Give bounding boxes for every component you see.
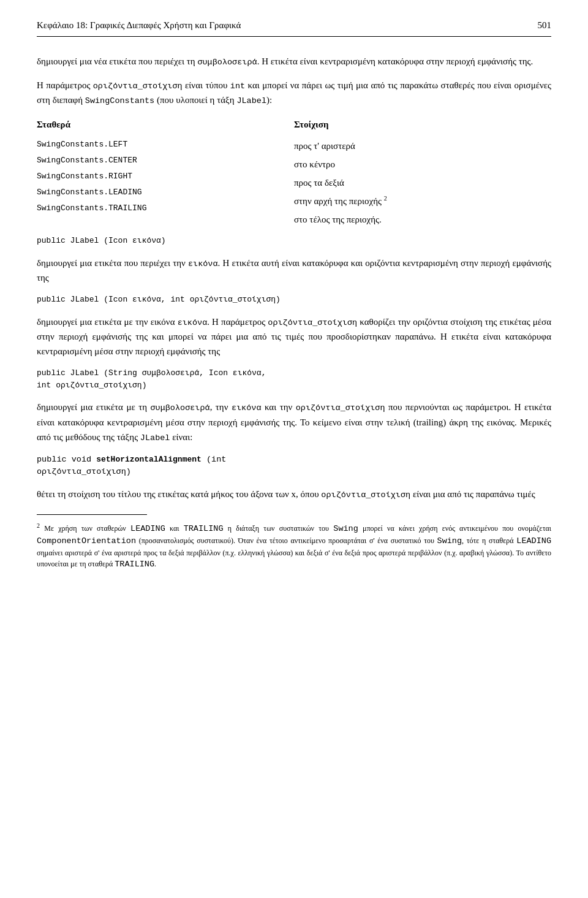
list-item: στο κέντρο (294, 155, 551, 173)
list-item: στην αρχή της περιοχής 2 (294, 192, 551, 210)
list-item: SwingConstants.LEFT (37, 137, 294, 153)
list-item: SwingConstants.TRAILING (37, 200, 294, 216)
paragraph-4: δημιουργεί μια ετικέτα με την εικόνα εικ… (37, 314, 551, 359)
code-block-3: public JLabel (String συμβολοσειρά, Icon… (37, 367, 551, 391)
list-item: SwingConstants.LEADING (37, 185, 294, 200)
constants-table: Σταθερά SwingConstants.LEFT SwingConstan… (37, 118, 551, 229)
table-col-left: Σταθερά SwingConstants.LEFT SwingConstan… (37, 118, 294, 229)
paragraph-6: θέτει τη στοίχιση του τίτλου της ετικέτα… (37, 487, 551, 502)
paragraph-1: δημιουργεί μια νέα ετικέτα που περιέχει … (37, 54, 551, 69)
table-header-left: Σταθερά (37, 118, 294, 132)
table-header-right: Στοίχιση (294, 118, 551, 132)
code-block-2: public JLabel (Icon εικόνα, int οριζόντι… (37, 294, 551, 306)
footnote-number: 2 (37, 522, 40, 529)
table-col-right: Στοίχιση προς τ' αριστερά στο κέντρο προ… (294, 118, 551, 229)
list-item: SwingConstants.CENTER (37, 153, 294, 169)
paragraph-5: δημιουργεί μια ετικέτα με τη συμβολοσειρ… (37, 400, 551, 444)
paragraph-3: δημιουργεί μια ετικέτα που περιέχει την … (37, 256, 551, 286)
page-header: Κεφάλαιο 18: Γραφικές Διεπαφές Χρήστη κα… (37, 18, 551, 37)
paragraph-2: Η παράμετρος οριζόντια_στοίχιση είναι τύ… (37, 78, 551, 108)
list-item: προς τα δεξιά (294, 173, 551, 192)
code-block-4: public void setHorizontalAlignment (int … (37, 454, 551, 479)
code-block-1: public JLabel (Icon εικόνα) (37, 235, 551, 247)
list-item: στο τέλος της περιοχής. (294, 210, 551, 229)
list-item: προς τ' αριστερά (294, 137, 551, 155)
footnote: 2 Με χρήση των σταθερών LEADING και TRAI… (37, 521, 551, 571)
footnote-divider (37, 514, 147, 515)
page-number: 501 (538, 18, 552, 32)
list-item: SwingConstants.RIGHT (37, 169, 294, 185)
chapter-title: Κεφάλαιο 18: Γραφικές Διεπαφές Χρήστη κα… (37, 18, 241, 32)
